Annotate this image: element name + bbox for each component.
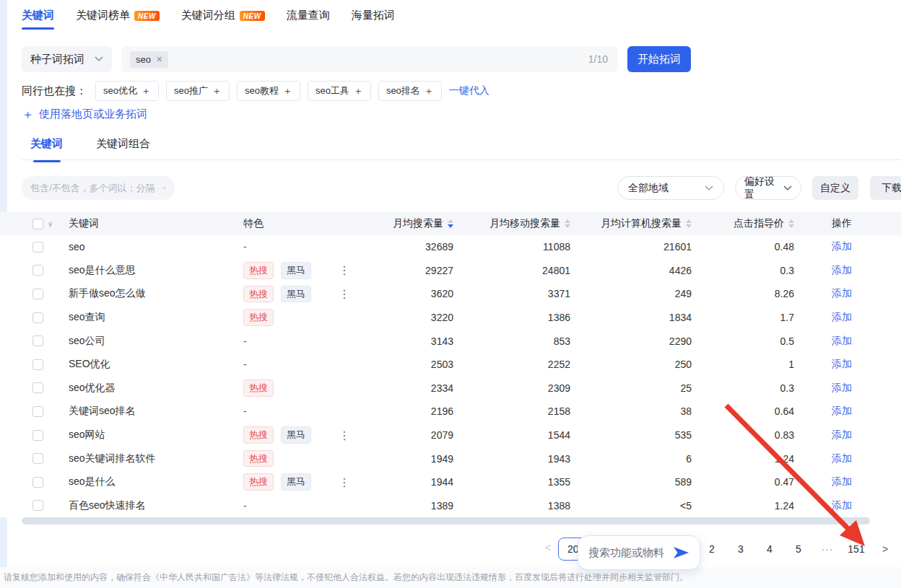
- row-checkbox[interactable]: [32, 289, 43, 299]
- add-keyword-link[interactable]: 添加: [832, 335, 852, 346]
- cpc-value: 1.7: [692, 312, 794, 323]
- page-number[interactable]: 5: [784, 537, 813, 561]
- table-row: seo是什么 热搜黑马⋮ 1944 1355 589 0.47 添加: [0, 470, 901, 494]
- one-click-insert-link[interactable]: 一键代入: [449, 84, 489, 97]
- action-cell: 添加: [794, 264, 901, 277]
- add-keyword-link[interactable]: 添加: [832, 499, 852, 511]
- row-checkbox[interactable]: [32, 453, 43, 464]
- keyword-cell: seo: [69, 241, 243, 253]
- more-features-icon[interactable]: ⋮: [339, 429, 350, 442]
- page-ellipsis[interactable]: ···: [813, 537, 842, 561]
- landing-page-expand-link[interactable]: ＋ 使用落地页或业务拓词: [22, 107, 147, 121]
- subtab-keywords[interactable]: 关键词: [30, 137, 63, 162]
- next-page-icon[interactable]: >: [871, 537, 900, 561]
- plus-icon: ＋: [282, 86, 292, 96]
- peer-keyword-tag[interactable]: seo排名 ＋: [378, 81, 442, 101]
- feature-tag: 热搜: [243, 473, 274, 491]
- row-checkbox[interactable]: [32, 265, 43, 276]
- add-keyword-link[interactable]: 添加: [832, 405, 852, 416]
- page-number[interactable]: 2: [697, 537, 726, 561]
- page-number[interactable]: 3: [726, 537, 755, 561]
- peer-keyword-tag[interactable]: seo工具 ＋: [308, 81, 371, 101]
- seed-mode-select[interactable]: 种子词拓词: [22, 46, 112, 72]
- mobile-search-value: 1386: [453, 312, 570, 323]
- nav-tab[interactable]: 关键词榜单 NEW: [76, 9, 160, 34]
- nav-tab[interactable]: 关键词分组 NEW: [181, 9, 265, 34]
- add-keyword-link[interactable]: 添加: [832, 382, 852, 393]
- add-keyword-link[interactable]: 添加: [832, 475, 852, 487]
- nav-tab[interactable]: 关键词: [22, 9, 54, 34]
- row-checkbox[interactable]: [32, 430, 43, 441]
- add-keyword-link[interactable]: 添加: [832, 452, 852, 464]
- table-row: seo网站 热搜黑马⋮ 2079 1544 535 0.83 添加: [0, 424, 901, 447]
- contain-filter-input[interactable]: [30, 183, 157, 193]
- feature-tag: 热搜: [243, 262, 274, 279]
- features-cell: 热搜: [243, 379, 372, 397]
- download-button[interactable]: 下载: [870, 176, 901, 200]
- customize-columns-button[interactable]: 自定义: [812, 176, 858, 200]
- add-keyword-link[interactable]: 添加: [832, 264, 852, 276]
- sort-icon[interactable]: [448, 219, 453, 228]
- page-number[interactable]: 4: [755, 537, 784, 561]
- subtab-label: 关键词组合: [96, 137, 150, 149]
- row-select-cell: [0, 382, 69, 393]
- chevron-down-icon[interactable]: ∨: [48, 220, 53, 228]
- subtab-keyword-combos[interactable]: 关键词组合: [96, 137, 150, 162]
- col-pc-search[interactable]: 月均计算机搜索量: [570, 217, 692, 230]
- monthly-search-value: 1944: [372, 476, 453, 488]
- col-mobile-search[interactable]: 月均移动搜索量: [453, 217, 570, 230]
- peer-keyword-tag[interactable]: seo优化 ＋: [95, 81, 159, 101]
- preference-settings-dropdown[interactable]: 偏好设置: [735, 176, 801, 200]
- peer-keyword-tag[interactable]: seo教程 ＋: [237, 81, 300, 101]
- add-keyword-link[interactable]: 添加: [832, 358, 852, 369]
- peer-keyword-tag[interactable]: seo推广 ＋: [166, 81, 230, 101]
- add-keyword-link[interactable]: 添加: [832, 287, 852, 299]
- row-checkbox[interactable]: [32, 312, 43, 323]
- row-select-cell: [0, 453, 69, 464]
- select-all-checkbox[interactable]: [32, 219, 43, 229]
- row-select-cell: [0, 477, 69, 488]
- sort-icon[interactable]: [686, 219, 692, 228]
- add-keyword-link[interactable]: 添加: [832, 240, 852, 252]
- nav-tab[interactable]: 流量查询: [287, 9, 330, 34]
- features-cell: 热搜: [243, 450, 372, 468]
- seed-terms-input[interactable]: seo ✕ 1/10: [121, 46, 618, 72]
- sort-icon[interactable]: [788, 219, 794, 228]
- col-monthly-search[interactable]: 月均搜索量: [372, 217, 453, 230]
- row-checkbox[interactable]: [32, 406, 43, 417]
- nav-tab[interactable]: 海量拓词: [352, 9, 395, 34]
- peer-suggestions-row: 同行也在搜： seo优化 ＋ seo推广 ＋ seo教程 ＋ seo工具 ＋ s…: [22, 81, 489, 101]
- col-cpc[interactable]: 点击指导价: [692, 217, 794, 230]
- row-checkbox[interactable]: [32, 477, 43, 488]
- action-cell: 添加: [794, 452, 901, 465]
- prev-page-icon[interactable]: <: [545, 542, 551, 553]
- more-features-icon[interactable]: ⋮: [339, 263, 350, 277]
- close-icon[interactable]: ✕: [156, 55, 162, 64]
- feature-tag: 热搜: [243, 309, 274, 326]
- cpc-value: 1.24: [692, 500, 794, 512]
- assistant-search-pill[interactable]: 搜索功能或物料: [578, 535, 700, 570]
- page-number-last[interactable]: 151: [842, 537, 871, 561]
- peer-tags: seo优化 ＋ seo推广 ＋ seo教程 ＋ seo工具 ＋ seo排名 ＋: [95, 81, 442, 101]
- row-checkbox[interactable]: [32, 359, 43, 370]
- send-icon[interactable]: [672, 545, 689, 560]
- seed-term-chip[interactable]: seo ✕: [130, 51, 168, 68]
- action-cell: 添加: [794, 287, 901, 300]
- more-features-icon[interactable]: ⋮: [339, 475, 350, 489]
- horizontal-scrollbar[interactable]: [22, 517, 870, 525]
- start-expand-button[interactable]: 开始拓词: [627, 46, 691, 72]
- add-keyword-link[interactable]: 添加: [832, 429, 852, 440]
- more-features-icon[interactable]: ⋮: [339, 287, 350, 301]
- row-select-cell: [0, 312, 69, 323]
- row-checkbox[interactable]: [32, 335, 43, 346]
- sort-icon[interactable]: [565, 219, 570, 228]
- region-select[interactable]: 全部地域: [617, 176, 724, 200]
- add-keyword-link[interactable]: 添加: [832, 311, 852, 322]
- row-checkbox[interactable]: [32, 500, 43, 511]
- row-checkbox[interactable]: [32, 382, 43, 393]
- header-select-cell: ∨: [0, 219, 69, 229]
- mobile-search-value: 1943: [453, 453, 570, 465]
- cpc-value: 1: [692, 359, 794, 370]
- contain-filter-field[interactable]: [22, 176, 175, 200]
- row-checkbox[interactable]: [32, 242, 43, 253]
